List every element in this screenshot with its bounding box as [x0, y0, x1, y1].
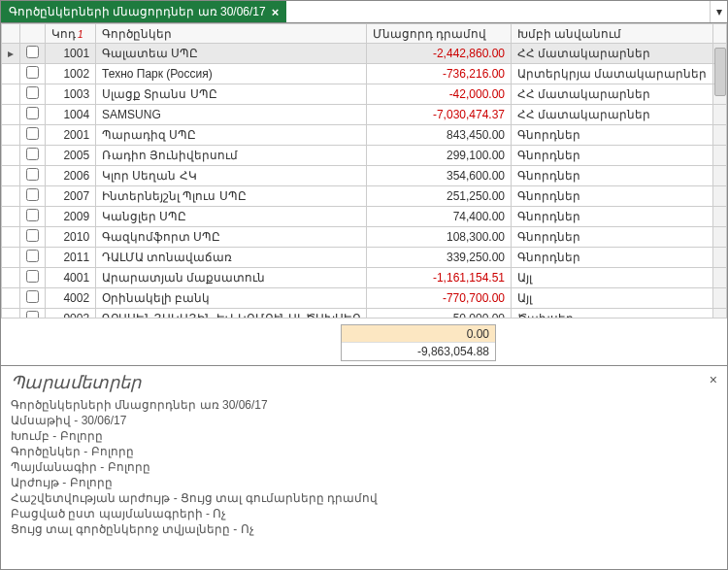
cell-scroll — [713, 125, 727, 146]
table-row[interactable]: 2006Կլոր Սեղան ՀԿ354,600.00Գնորդներ — [2, 166, 727, 186]
cell-scroll — [713, 309, 727, 319]
table-row[interactable]: 2009Կանցլեր ՍՊԸ74,400.00Գնորդներ — [2, 207, 727, 227]
cell-group: Գնորդներ — [512, 186, 713, 207]
close-icon[interactable]: × — [272, 5, 280, 19]
cell-group: Գնորդներ — [512, 227, 713, 248]
cell-balance: 339,250.00 — [367, 248, 512, 268]
row-checkbox[interactable] — [26, 188, 39, 201]
table-row[interactable]: 2001Պարադիզ ՍՊԸ843,450.00Գնորդներ — [2, 125, 727, 146]
active-tab[interactable]: Գործընկերների մնացորդներ առ 30/06/17 × — [1, 1, 286, 22]
table-row[interactable]: ▸1001Գալատեա ՍՊԸ-2,442,860.00ՀՀ մատակարա… — [2, 44, 727, 64]
cell-code: 1002 — [46, 64, 96, 84]
row-marker — [2, 309, 20, 319]
cell-balance: -770,700.00 — [367, 288, 512, 309]
row-marker — [2, 146, 20, 166]
row-marker — [2, 64, 20, 84]
header-scroll — [713, 24, 727, 44]
param-line: Հաշվետվության արժույթ - Ցույց տալ գումար… — [11, 490, 717, 506]
cell-name: Ռադիո Յունիվերսում — [96, 146, 367, 166]
table-row[interactable]: 4002Օրինակելի բանկ-770,700.00Այլ — [2, 288, 727, 309]
row-marker — [2, 207, 20, 227]
cell-group: Գնորդներ — [512, 166, 713, 186]
header-row: Կոդ1 Գործընկեր Մնացորդ դրամով Խմբի անվան… — [2, 24, 727, 44]
header-group[interactable]: Խմբի անվանում — [512, 24, 713, 44]
header-balance[interactable]: Մնացորդ դրամով — [367, 24, 512, 44]
row-marker — [2, 248, 20, 268]
cell-balance: 843,450.00 — [367, 125, 512, 146]
row-marker — [2, 166, 20, 186]
cell-name: ԴԱԼՄԱ տոնավաճառ — [96, 248, 367, 268]
cell-group: ՀՀ մատակարարներ — [512, 84, 713, 105]
table-row[interactable]: 9003ԳՐԱՍԵՆՅԱԿԱՅԻՆ ԵՎ ԿՈՄՈՒՆԱԼ ԾԱԽՍԵՐ50,0… — [2, 309, 727, 319]
cell-name: SAMSUNG — [96, 105, 367, 125]
cell-scroll — [713, 288, 727, 309]
cell-balance: -736,216.00 — [367, 64, 512, 84]
cell-code: 2009 — [46, 207, 96, 227]
row-checkbox-cell — [20, 227, 46, 248]
close-icon[interactable]: × — [710, 372, 717, 387]
table-row[interactable]: 2007Ինտերնեյշնլ Պլուս ՍՊԸ251,250.00Գնորդ… — [2, 186, 727, 207]
tab-title: Գործընկերների մնացորդներ առ 30/06/17 — [9, 5, 266, 18]
row-checkbox-cell — [20, 309, 46, 319]
row-checkbox[interactable] — [26, 148, 39, 160]
cell-scroll — [713, 207, 727, 227]
param-line: Բացված ըստ պայմանագրերի - Ոչ — [11, 506, 717, 521]
header-partner[interactable]: Գործընկեր — [96, 24, 367, 44]
row-checkbox-cell — [20, 268, 46, 288]
grid: Կոդ1 Գործընկեր Մնացորդ դրամով Խմբի անվան… — [1, 23, 727, 365]
row-checkbox[interactable] — [26, 107, 39, 119]
row-checkbox[interactable] — [26, 270, 39, 283]
table-row[interactable]: 1003Սլացք Տրանս ՍՊԸ-42,000.00ՀՀ մատակարա… — [2, 84, 727, 105]
cell-balance: -7,030,474.37 — [367, 105, 512, 125]
data-table: Կոդ1 Գործընկեր Մնացորդ դրամով Խմբի անվան… — [1, 23, 727, 318]
row-checkbox[interactable] — [26, 250, 39, 262]
cell-balance: -1,161,154.51 — [367, 268, 512, 288]
table-row[interactable]: 2005Ռադիո Յունիվերսում299,100.00Գնորդներ — [2, 146, 727, 166]
cell-code: 2011 — [46, 248, 96, 268]
row-checkbox[interactable] — [26, 66, 39, 79]
cell-group: ՀՀ մատակարարներ — [512, 105, 713, 125]
cell-name: Գազկոմֆորտ ՍՊԸ — [96, 227, 367, 248]
table-row[interactable]: 1002Техно Парк (Россия)-736,216.00Արտերկ… — [2, 64, 727, 84]
cell-code: 1003 — [46, 84, 96, 105]
scrollbar-thumb[interactable] — [714, 48, 726, 96]
cell-code: 9003 — [46, 309, 96, 319]
cell-name: Պարադիզ ՍՊԸ — [96, 125, 367, 146]
parameters-panel: × Պարամետրեր Գործընկերների մնացորդներ առ… — [1, 365, 727, 525]
param-line: Պայմանագիր - Բոլորը — [11, 459, 717, 475]
summary-selected[interactable]: 0.00 — [342, 325, 495, 343]
row-checkbox[interactable] — [26, 311, 39, 318]
tab-dropdown[interactable]: ▾ — [710, 1, 727, 22]
cell-balance: 74,400.00 — [367, 207, 512, 227]
summary-total: -9,863,054.88 — [342, 343, 495, 360]
cell-balance: 50,000.00 — [367, 309, 512, 319]
row-checkbox[interactable] — [26, 46, 39, 58]
cell-scroll — [713, 166, 727, 186]
param-line: Ամսաթիվ - 30/06/17 — [11, 413, 717, 428]
cell-code: 1001 — [46, 44, 96, 64]
cell-scroll — [713, 248, 727, 268]
row-marker — [2, 84, 20, 105]
row-marker: ▸ — [2, 44, 20, 64]
table-row[interactable]: 1004SAMSUNG-7,030,474.37ՀՀ մատակարարներ — [2, 105, 727, 125]
table-row[interactable]: 4001Արարատյան մաքսատուն-1,161,154.51Այլ — [2, 268, 727, 288]
table-row[interactable]: 2011ԴԱԼՄԱ տոնավաճառ339,250.00Գնորդներ — [2, 248, 727, 268]
row-checkbox[interactable] — [26, 127, 39, 140]
row-marker — [2, 227, 20, 248]
row-checkbox-cell — [20, 84, 46, 105]
cell-code: 4001 — [46, 268, 96, 288]
row-checkbox[interactable] — [26, 290, 39, 303]
cell-group: Այլ — [512, 268, 713, 288]
row-checkbox[interactable] — [26, 168, 39, 181]
cell-balance: 108,300.00 — [367, 227, 512, 248]
cell-group: Գնորդներ — [512, 146, 713, 166]
cell-balance: -2,442,860.00 — [367, 44, 512, 64]
row-marker — [2, 105, 20, 125]
row-checkbox-cell — [20, 288, 46, 309]
row-checkbox[interactable] — [26, 229, 39, 242]
header-code[interactable]: Կոդ1 — [46, 24, 96, 44]
row-checkbox[interactable] — [26, 86, 39, 99]
cell-code: 2006 — [46, 166, 96, 186]
table-row[interactable]: 2010Գազկոմֆորտ ՍՊԸ108,300.00Գնորդներ — [2, 227, 727, 248]
row-checkbox[interactable] — [26, 209, 39, 221]
